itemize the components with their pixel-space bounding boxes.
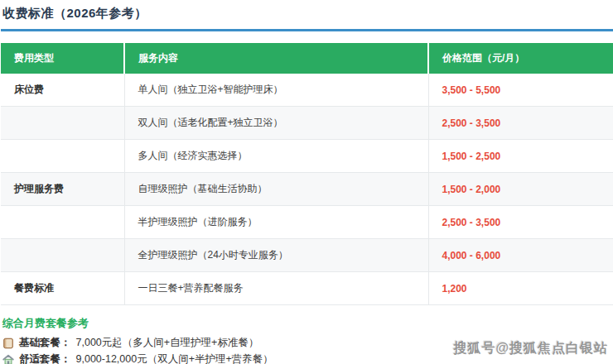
price-range-cell: 2,500 - 3,500 [428, 206, 613, 239]
fee-category-cell: 餐费标准 [1, 272, 124, 305]
table-header-row: 费用类型 服务内容 价格范围（元/月） [1, 43, 613, 74]
service-content-cell: 全护理级照护（24小时专业服务） [124, 239, 428, 272]
table-row: 半护理级照护（进阶服务）2,500 - 3,500 [1, 206, 613, 239]
page-title: 收费标准（2026年参考） [2, 6, 612, 22]
title-divider [1, 29, 613, 31]
header-price-range: 价格范围（元/月） [428, 43, 613, 74]
header-fee-type: 费用类型 [1, 43, 124, 74]
price-range-cell: 1,200 [428, 272, 613, 305]
fee-category-cell [1, 140, 124, 173]
table-row: 床位费单人间（独立卫浴+智能护理床）3,500 - 5,500 [1, 74, 613, 107]
price-range-cell: 3,500 - 5,500 [428, 74, 613, 107]
package-description: 9,000-12,000元（双人间+半护理+营养餐） [76, 353, 273, 364]
service-content-cell: 双人间（适老化配置+独立卫浴） [124, 107, 428, 140]
table-row: 餐费标准一日三餐+营养配餐服务1,200 [1, 272, 613, 305]
fee-table-body: 床位费单人间（独立卫浴+智能护理床）3,500 - 5,500双人间（适老化配置… [1, 74, 613, 305]
price-range-cell: 4,000 - 6,000 [428, 239, 613, 272]
service-content-cell: 一日三餐+营养配餐服务 [124, 272, 428, 305]
service-content-cell: 自理级照护（基础生活协助） [124, 173, 428, 206]
fee-category-cell [1, 239, 124, 272]
header-service-content: 服务内容 [124, 43, 428, 74]
fee-category-cell [1, 206, 124, 239]
service-content-cell: 单人间（独立卫浴+智能护理床） [124, 74, 428, 107]
house-icon [2, 354, 14, 364]
book-icon [2, 338, 14, 349]
packages-heading: 综合月费套餐参考 [2, 316, 612, 331]
article-page: 收费标准（2026年参考） 费用类型 服务内容 价格范围（元/月） 床位费单人间… [0, 0, 613, 364]
table-row: 全护理级照护（24小时专业服务）4,000 - 6,000 [1, 239, 613, 272]
package-description: 7,000元起（多人间+自理护理+标准餐） [76, 337, 259, 349]
fee-category-cell: 护理服务费 [1, 173, 124, 206]
package-name-label: 舒适套餐： [19, 353, 71, 364]
fee-category-cell: 床位费 [1, 74, 124, 107]
watermark: 搜狐号@搜狐焦点白银站 [453, 340, 608, 357]
price-range-cell: 1,500 - 2,500 [428, 140, 613, 173]
fee-category-cell [1, 107, 124, 140]
service-content-cell: 多人间（经济实惠选择） [124, 140, 428, 173]
fee-table: 费用类型 服务内容 价格范围（元/月） 床位费单人间（独立卫浴+智能护理床）3,… [1, 43, 613, 305]
table-row: 多人间（经济实惠选择）1,500 - 2,500 [1, 140, 613, 173]
price-range-cell: 2,500 - 3,500 [428, 107, 613, 140]
price-range-cell: 1,500 - 2,000 [428, 173, 613, 206]
package-name-label: 基础套餐： [19, 337, 71, 349]
table-row: 护理服务费自理级照护（基础生活协助）1,500 - 2,000 [1, 173, 613, 206]
table-row: 双人间（适老化配置+独立卫浴）2,500 - 3,500 [1, 107, 613, 140]
service-content-cell: 半护理级照护（进阶服务） [124, 206, 428, 239]
